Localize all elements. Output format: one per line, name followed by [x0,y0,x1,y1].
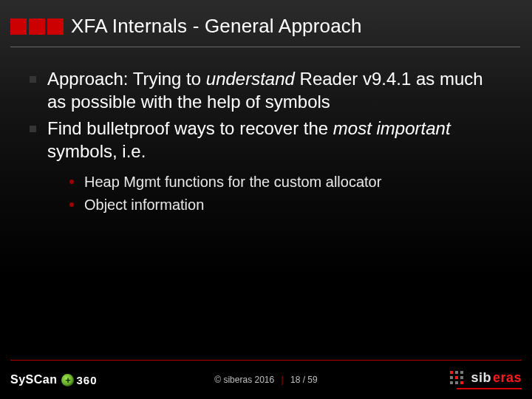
bullet-item: Find bulletproof ways to recover the mos… [30,117,502,214]
page-total: 59 [307,375,317,385]
red-square-icon [10,18,27,35]
bullet-text-italic: understand [206,69,295,89]
red-square-icon [47,18,64,35]
plus360-group: + 360 [61,374,97,386]
bullet-item: Approach: Trying to understand Reader v9… [30,68,502,113]
copyright-text: © siberas 2016 [214,375,274,385]
syscan-word: SySCan [10,373,57,386]
sub-bullet-item: Object information [69,195,502,215]
page-sep: / [303,375,305,385]
sub-bullet-text: Object information [84,197,204,213]
bullet-text-italic: most important [333,118,451,138]
text-360: 360 [76,374,97,386]
sub-bullet-item: Heap Mgmt functions for the custom alloc… [69,172,502,192]
syscan360-logo: SySCan + 360 [10,373,98,386]
slide: XFA Internals - General Approach Approac… [0,0,532,399]
plus-icon: + [61,374,74,386]
siberas-sib: sib [471,370,491,386]
red-square-icon [29,18,45,35]
footer: SySCan + 360 © siberas 2016 | 18 / 59 si… [0,361,532,399]
siberas-dots-icon [450,371,463,384]
siberas-logo: siberas [450,370,522,389]
siberas-underline [457,388,522,389]
bullet-text: symbols, i.e. [47,141,146,161]
page-current: 18 [290,375,300,385]
title-row: XFA Internals - General Approach [0,0,532,47]
siberas-word: siberas [471,370,522,386]
slide-body: Approach: Trying to understand Reader v9… [0,47,532,215]
bullet-text: Approach: Trying to [47,69,206,89]
sub-bullet-list: Heap Mgmt functions for the custom alloc… [47,172,502,215]
slide-title: XFA Internals - General Approach [71,15,362,38]
sub-bullet-text: Heap Mgmt functions for the custom alloc… [84,174,381,190]
bullet-text: Find bulletproof ways to recover the [47,118,333,138]
bullet-list: Approach: Trying to understand Reader v9… [30,68,502,215]
title-squares-icon [10,18,64,35]
footer-separator: | [282,375,284,385]
siberas-eras: eras [493,370,522,386]
